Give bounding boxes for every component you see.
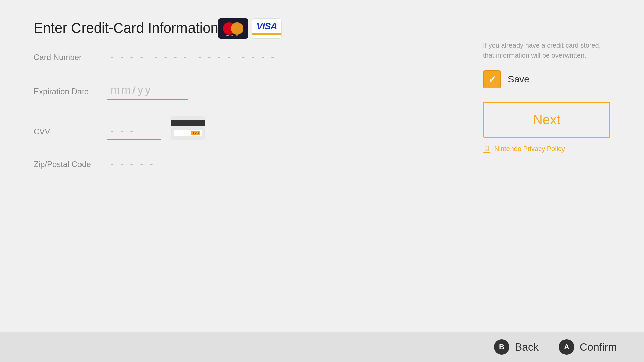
cvv-input[interactable] xyxy=(107,124,161,140)
privacy-link-label: Nintendo Privacy Policy xyxy=(494,145,565,153)
card-number-label: Card Number xyxy=(34,53,107,65)
expiration-date-label: Expiration Date xyxy=(34,87,107,100)
visa-stripe xyxy=(252,33,281,35)
save-note: If you already have a credit card stored… xyxy=(483,40,610,60)
back-button-icon: B xyxy=(499,343,504,351)
right-panel: If you already have a credit card stored… xyxy=(483,40,610,153)
privacy-icon: 🖥 xyxy=(483,144,490,153)
visa-text: VISA xyxy=(256,22,277,31)
confirm-circle-icon: A xyxy=(559,339,574,355)
mc-circle-right xyxy=(231,22,243,35)
visa-logo: VISA xyxy=(252,18,282,39)
back-button[interactable]: B Back xyxy=(494,339,539,355)
mastercard-text: mastercard xyxy=(218,34,248,37)
card-logos: mastercard VISA xyxy=(218,18,282,39)
cvv-stripe xyxy=(171,120,205,126)
confirm-button-label: Confirm xyxy=(580,341,617,353)
zip-row: Zip/Postal Code xyxy=(34,157,610,172)
expiration-date-input[interactable] xyxy=(107,82,188,100)
next-button[interactable]: Next xyxy=(483,102,610,138)
cvv-number-display: 123 xyxy=(191,131,200,135)
save-checkbox-row: ✓ Save xyxy=(483,70,610,88)
checkmark-icon: ✓ xyxy=(488,74,496,85)
cvv-sig-area: 123 xyxy=(174,130,202,136)
cvv-illustration: 123 xyxy=(171,116,205,140)
confirm-button-icon: A xyxy=(564,343,569,351)
save-checkbox[interactable]: ✓ xyxy=(483,70,501,88)
zip-label: Zip/Postal Code xyxy=(34,160,107,172)
back-button-label: Back xyxy=(515,341,539,353)
page-title: Enter Credit-Card Information xyxy=(34,20,610,36)
privacy-link[interactable]: 🖥 Nintendo Privacy Policy xyxy=(483,144,610,153)
card-number-input[interactable] xyxy=(107,50,335,65)
back-circle-icon: B xyxy=(494,339,509,355)
mastercard-circles xyxy=(223,22,243,35)
cvv-label: CVV xyxy=(34,127,107,140)
zip-input[interactable] xyxy=(107,157,181,172)
bottom-bar: B Back A Confirm xyxy=(0,332,644,362)
confirm-button[interactable]: A Confirm xyxy=(559,339,617,355)
mastercard-logo: mastercard xyxy=(218,18,248,39)
save-label: Save xyxy=(508,74,529,85)
